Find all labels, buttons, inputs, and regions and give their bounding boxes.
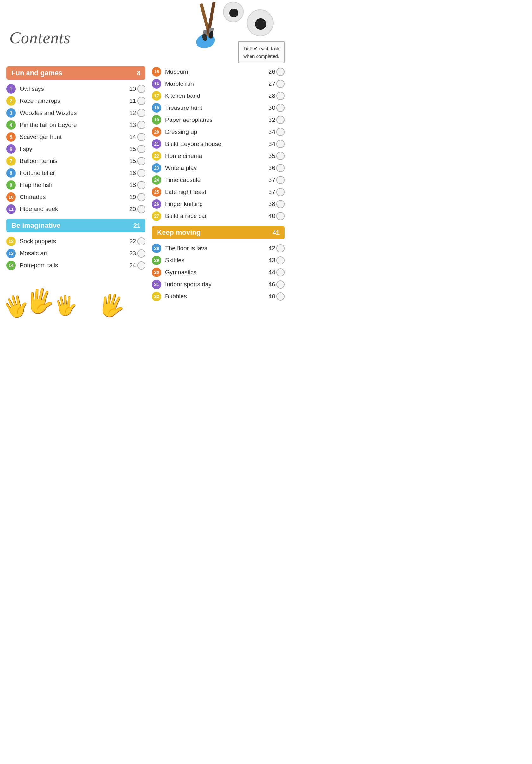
item-number-circle: 13 (6, 249, 16, 258)
toc-item: 5Scavenger hunt14 (6, 132, 145, 142)
item-label: Treasure hunt (165, 104, 266, 111)
check-circle[interactable] (276, 104, 285, 112)
keep-moving-header: Keep moving 41 (152, 226, 285, 239)
check-circle[interactable] (276, 280, 285, 288)
item-page: 40 (266, 213, 275, 220)
check-circle[interactable] (137, 133, 145, 141)
item-number-circle: 15 (152, 67, 161, 77)
item-label: Bubbles (165, 293, 266, 300)
check-circle[interactable] (276, 268, 285, 277)
check-circle[interactable] (276, 200, 285, 208)
item-label: Home cinema (165, 152, 266, 159)
toc-item: 11Hide and seek20 (6, 204, 145, 215)
item-page: 13 (126, 121, 136, 128)
item-label: Finger knitting (165, 201, 266, 208)
item-number-circle: 18 (152, 103, 161, 112)
item-page: 16 (126, 170, 136, 177)
check-circle[interactable] (137, 97, 145, 105)
toc-item: 18Treasure hunt30 (152, 102, 285, 113)
item-label: Charades (20, 194, 126, 201)
check-circle[interactable] (137, 145, 145, 153)
item-number-circle: 32 (152, 292, 161, 301)
item-number-circle: 9 (6, 180, 16, 190)
toc-item: 21Build Eeyore's house34 (152, 138, 285, 149)
item-number-circle: 12 (6, 237, 16, 246)
check-circle[interactable] (137, 181, 145, 189)
item-number-circle: 1 (6, 84, 16, 94)
check-circle[interactable] (137, 109, 145, 117)
googly-eye-large (247, 10, 273, 36)
check-circle[interactable] (276, 128, 285, 136)
item-page: 18 (126, 182, 136, 189)
be-imaginative-page: 21 (133, 222, 140, 229)
fun-and-games-page: 8 (137, 70, 140, 77)
check-circle[interactable] (137, 261, 145, 270)
toc-item: 30Gymnastics44 (152, 267, 285, 278)
toc-item: 6I spy15 (6, 144, 145, 154)
toc-item: 22Home cinema35 (152, 151, 285, 161)
item-page: 46 (266, 281, 275, 288)
item-number-circle: 4 (6, 120, 16, 130)
toc-item: 9Flap the fish18 (6, 180, 145, 190)
check-circle[interactable] (276, 176, 285, 184)
item-page: 37 (266, 177, 275, 183)
googly-eye-small (223, 2, 244, 22)
item-page: 10 (126, 86, 136, 93)
check-circle[interactable] (276, 212, 285, 220)
check-circle[interactable] (137, 157, 145, 165)
toc-item: 2Race raindrops11 (6, 96, 145, 106)
item-label: Sock puppets (20, 238, 126, 245)
item-label: Race raindrops (20, 97, 126, 104)
item-label: Late night feast (165, 189, 266, 196)
toc-item: 16Marble run27 (152, 79, 285, 89)
check-circle[interactable] (276, 80, 285, 88)
item-label: Pom-pom tails (20, 262, 126, 269)
check-circle[interactable] (276, 68, 285, 76)
item-page: 48 (266, 293, 275, 300)
toc-item: 26Finger knitting38 (152, 199, 285, 209)
toc-item: 32Bubbles48 (152, 291, 285, 302)
check-circle[interactable] (276, 140, 285, 148)
check-circle[interactable] (137, 169, 145, 177)
item-label: Skittles (165, 257, 266, 264)
page-title: Contents (10, 29, 71, 47)
toc-item: 23Write a play36 (152, 163, 285, 173)
check-circle[interactable] (276, 292, 285, 300)
toc-item: 25Late night feast37 (152, 187, 285, 197)
item-label: Museum (165, 68, 266, 75)
check-circle[interactable] (137, 85, 145, 93)
item-label: Mosaic art (20, 250, 126, 257)
keep-moving-list: 28The floor is lava4229Skittles4330Gymna… (152, 243, 285, 302)
item-label: Pin the tail on Eeyore (20, 121, 126, 128)
check-circle[interactable] (276, 92, 285, 100)
check-circle[interactable] (137, 205, 145, 213)
check-circle[interactable] (137, 193, 145, 201)
item-page: 42 (266, 245, 275, 252)
item-label: Gymnastics (165, 269, 266, 276)
check-circle[interactable] (137, 237, 145, 246)
check-circle[interactable] (276, 256, 285, 265)
check-circle[interactable] (276, 188, 285, 196)
check-circle[interactable] (276, 164, 285, 172)
check-circle[interactable] (137, 249, 145, 258)
right-column: 15Museum2616Marble run2717Kitchen band28… (145, 67, 285, 318)
check-circle[interactable] (137, 121, 145, 129)
item-label: Marble run (165, 80, 266, 87)
item-label: Scavenger hunt (20, 133, 126, 140)
item-page: 19 (126, 194, 136, 201)
item-number-circle: 22 (152, 151, 161, 161)
toc-item: 27Build a race car40 (152, 211, 285, 222)
tick-instruction: Tick ✓ each task when completed. (238, 41, 285, 63)
check-circle[interactable] (276, 116, 285, 124)
item-number-circle: 5 (6, 132, 16, 142)
check-circle[interactable] (276, 152, 285, 160)
toc-item: 28The floor is lava42 (152, 243, 285, 254)
toc-item: 7Balloon tennis15 (6, 156, 145, 166)
tick-checkmark: ✓ (253, 44, 258, 53)
item-page: 26 (266, 68, 275, 75)
item-page: 35 (266, 152, 275, 159)
item-number-circle: 6 (6, 144, 16, 154)
toc-item: 19Paper aeroplanes32 (152, 114, 285, 125)
check-circle[interactable] (276, 244, 285, 253)
handprint-lime: 🖐 (53, 293, 79, 318)
